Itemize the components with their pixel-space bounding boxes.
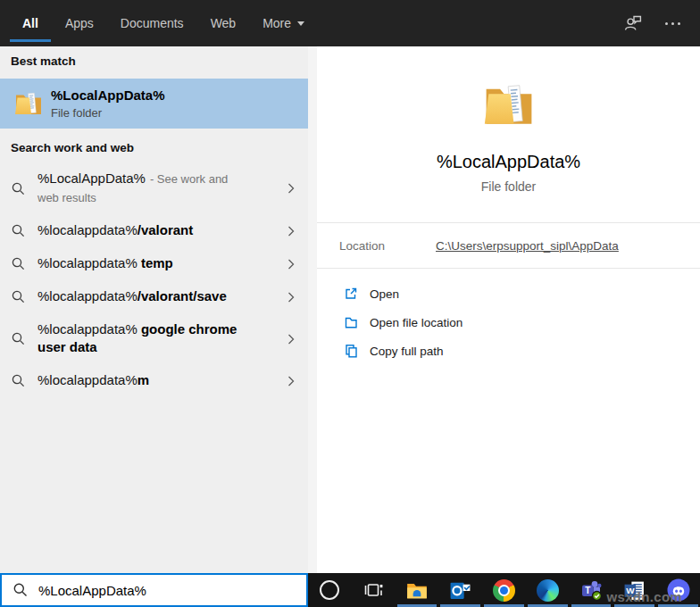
taskbar-teams-button[interactable]: T — [570, 573, 613, 607]
action-label: Open file location — [370, 316, 462, 329]
file-explorer-icon — [405, 578, 429, 602]
svg-text:T: T — [585, 586, 590, 595]
copy-full-path-action[interactable]: Copy full path — [343, 337, 700, 365]
folder-icon — [483, 79, 535, 130]
best-match-text: %LocalAppData% File folder — [51, 87, 165, 120]
search-suggestion[interactable]: %localappdata%m — [0, 364, 308, 397]
chevron-right-icon — [283, 256, 299, 272]
best-match-header: Best match — [11, 54, 308, 69]
tab-documents-label: Documents — [121, 16, 184, 30]
search-icon — [11, 256, 26, 271]
task-view-icon — [362, 579, 384, 601]
search-suggestion[interactable]: %localappdata%/valorant/save — [0, 280, 308, 313]
chevron-right-icon — [283, 331, 299, 347]
open-file-location-action[interactable]: Open file location — [343, 308, 700, 337]
action-list: Open Open file location Copy full path — [317, 279, 700, 365]
chevron-right-icon — [283, 223, 299, 239]
taskbar-cortana-button[interactable] — [308, 573, 352, 607]
open-icon — [343, 286, 359, 302]
chevron-right-icon — [283, 373, 299, 389]
tab-apps-label: Apps — [65, 16, 94, 30]
chevron-right-icon — [283, 289, 299, 305]
ellipsis-icon — [665, 22, 680, 25]
search-icon — [11, 181, 26, 196]
tab-all[interactable]: All — [9, 0, 52, 46]
search-suggestion[interactable]: %LocalAppData%- See work and web results — [0, 162, 308, 214]
taskbar-word-button[interactable]: W — [612, 573, 656, 607]
search-filter-tabs: All Apps Documents Web More — [0, 0, 318, 46]
discord-icon — [667, 578, 690, 602]
search-work-web-header: Search work and web — [11, 141, 308, 155]
taskbar-edge-button[interactable] — [526, 573, 570, 607]
open-file-location-icon — [343, 314, 359, 330]
tab-apps[interactable]: Apps — [52, 0, 107, 46]
location-row: Location C:\Users\erpsupport_sipl\AppDat… — [317, 223, 700, 268]
svg-text:W: W — [627, 586, 636, 595]
tab-web[interactable]: Web — [197, 0, 250, 46]
detail-subtitle: File folder — [317, 179, 700, 194]
chevron-right-icon — [283, 180, 299, 196]
suggestion-text: %localappdata% google chrome user data — [38, 320, 252, 357]
detail-panel: %LocalAppData% File folder Location C:\U… — [317, 46, 700, 573]
taskbar-chrome-button[interactable] — [482, 573, 526, 607]
outlook-icon — [449, 579, 471, 602]
tab-all-label: All — [22, 16, 38, 30]
tab-web-label: Web — [211, 16, 237, 30]
person-chat-icon — [622, 12, 644, 34]
action-label: Copy full path — [370, 345, 444, 358]
taskbar-outlook-button[interactable] — [438, 573, 482, 607]
search-suggestion[interactable]: %localappdata%/valorant — [0, 214, 308, 247]
taskbar: T W — [308, 573, 700, 607]
teams-icon: T — [579, 578, 603, 602]
taskbar-discord-button[interactable] — [656, 573, 700, 607]
taskbar-task-view-button[interactable] — [352, 573, 396, 607]
suggestion-list: %LocalAppData%- See work and web results… — [0, 162, 308, 397]
location-label: Location — [339, 239, 436, 253]
chevron-down-icon — [297, 21, 304, 26]
copy-full-path-icon — [343, 343, 359, 359]
cortana-icon — [320, 580, 339, 600]
search-input[interactable] — [38, 583, 306, 598]
tab-more[interactable]: More — [249, 0, 318, 46]
suggestion-text: %localappdata%m — [38, 371, 252, 390]
search-suggestion[interactable]: %localappdata% google chrome user data — [0, 313, 308, 364]
divider — [317, 268, 700, 269]
search-icon — [12, 582, 29, 598]
search-suggestion[interactable]: %localappdata% temp — [0, 247, 308, 280]
action-label: Open — [370, 287, 399, 301]
edge-icon — [537, 579, 559, 602]
results-panel: Best match %LocalAppData% F — [0, 46, 308, 573]
feedback-button[interactable] — [622, 12, 644, 34]
more-options-button[interactable] — [665, 22, 680, 25]
best-match-title: %LocalAppData% — [51, 87, 165, 103]
detail-title: %LocalAppData% — [317, 152, 700, 172]
search-box[interactable] — [0, 573, 308, 607]
suggestion-text: %localappdata%/valorant/save — [38, 287, 252, 306]
folder-icon — [14, 89, 43, 118]
location-link[interactable]: C:\Users\erpsupport_sipl\AppData — [436, 239, 619, 253]
suggestion-text: %localappdata% temp — [38, 254, 252, 273]
best-match-subtitle: File folder — [51, 106, 165, 120]
search-icon — [11, 289, 26, 304]
best-match-result[interactable]: %LocalAppData% File folder — [0, 79, 308, 129]
tab-more-label: More — [262, 16, 291, 30]
header-action-icons — [622, 12, 700, 34]
search-icon — [11, 373, 26, 388]
taskbar-file-explorer-button[interactable] — [396, 573, 439, 607]
windows-search-flyout: All Apps Documents Web More Bes — [0, 0, 700, 607]
word-icon: W — [623, 579, 646, 602]
suggestion-text: %LocalAppData%- See work and web results — [38, 170, 252, 207]
suggestion-text: %localappdata%/valorant — [38, 221, 252, 240]
open-action[interactable]: Open — [343, 279, 700, 308]
tab-documents[interactable]: Documents — [107, 0, 197, 46]
chrome-icon — [493, 579, 515, 602]
search-icon — [11, 223, 26, 238]
search-icon — [11, 331, 26, 346]
search-header: All Apps Documents Web More — [0, 0, 700, 46]
